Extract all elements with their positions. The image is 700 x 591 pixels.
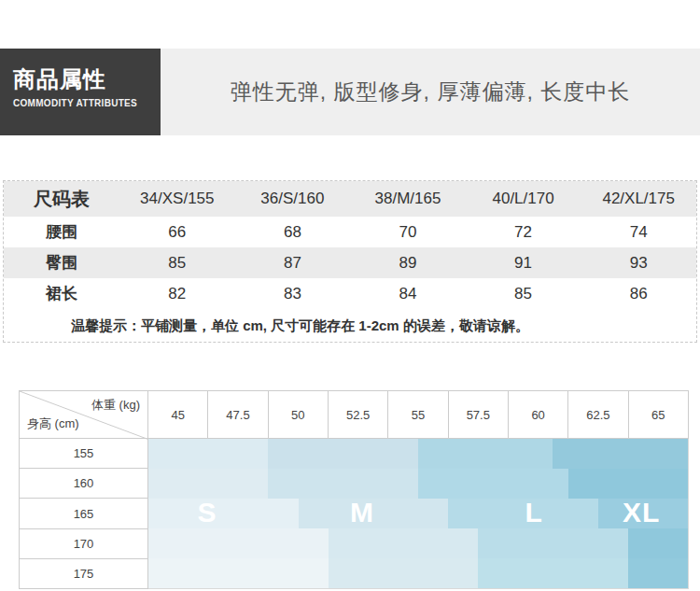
zone-cell-xl xyxy=(553,439,688,469)
measure-value: 87 xyxy=(235,247,351,278)
size-column-header: 38/M/165 xyxy=(350,181,466,217)
measure-value: 66 xyxy=(119,217,235,247)
zone-cell-l xyxy=(478,558,628,588)
measure-value: 93 xyxy=(581,247,696,278)
zone-cell-s xyxy=(148,439,268,469)
weight-tick: 57.5 xyxy=(449,390,509,439)
zone-cell-m xyxy=(268,439,418,469)
measure-label: 腰围 xyxy=(4,217,119,247)
weight-tick: 62.5 xyxy=(568,390,628,439)
zone-label-s: S xyxy=(197,497,217,528)
height-tick-column: 155160165170175 xyxy=(19,439,148,589)
zone-cell-s xyxy=(148,469,268,499)
measure-value: 86 xyxy=(581,278,696,309)
matrix-header-row: 体重 (kg) 身高 (cm) 4547.55052.55557.56062.5… xyxy=(19,390,689,439)
height-tick: 160 xyxy=(19,469,148,499)
weight-axis-label: 体重 (kg) xyxy=(91,397,140,414)
zone-label-xl: XL xyxy=(623,497,660,528)
size-table-title: 尺码表 xyxy=(4,181,119,217)
height-tick: 165 xyxy=(19,499,148,528)
measure-value: 85 xyxy=(119,247,235,278)
measure-value: 70 xyxy=(350,217,466,247)
weight-tick: 60 xyxy=(509,390,568,439)
measure-value: 68 xyxy=(235,217,351,247)
attributes-banner-label-box: 商品属性 COMMODITY ATTRIBUTES xyxy=(0,49,161,135)
zone-cell-xl xyxy=(628,558,688,588)
zone-row xyxy=(148,439,688,469)
size-table-row: 臀围8587899193 xyxy=(4,247,696,278)
size-table-note-row: 温馨提示：平铺测量，单位 cm, 尺寸可能存在 1-2cm 的误差，敬请谅解。 xyxy=(4,309,696,344)
size-table-row: 裙长8283848586 xyxy=(4,278,696,309)
weight-tick: 65 xyxy=(629,390,689,439)
measure-value: 72 xyxy=(466,217,581,247)
zone-row xyxy=(148,499,688,528)
size-table-header-row: 尺码表34/XS/15536/S/16038/M/16540/L/17042/X… xyxy=(4,181,696,217)
zone-cell-s xyxy=(148,499,299,528)
weight-tick: 52.5 xyxy=(329,390,388,439)
size-table-note: 温馨提示：平铺测量，单位 cm, 尺寸可能存在 1-2cm 的误差，敬请谅解。 xyxy=(4,309,696,344)
measure-value: 89 xyxy=(350,247,466,278)
size-matrix: 体重 (kg) 身高 (cm) 4547.55052.55557.56062.5… xyxy=(19,390,689,589)
weight-tick: 50 xyxy=(269,390,329,439)
banner-subtitle: COMMODITY ATTRIBUTES xyxy=(13,98,161,108)
matrix-body: 155160165170175 SMLXL xyxy=(19,439,689,589)
product-attributes-page: 商品属性 COMMODITY ATTRIBUTES 弹性无弹, 版型修身, 厚薄… xyxy=(0,0,700,591)
size-table-row: 腰围6668707274 xyxy=(4,217,696,247)
attributes-banner-value-box: 弹性无弹, 版型修身, 厚薄偏薄, 长度中长 xyxy=(161,49,700,135)
attributes-text: 弹性无弹, 版型修身, 厚薄偏薄, 长度中长 xyxy=(231,77,630,106)
measure-value: 74 xyxy=(581,217,696,247)
measure-value: 83 xyxy=(235,278,351,309)
zone-cell-s xyxy=(148,528,329,558)
size-column-header: 40/L/170 xyxy=(466,181,581,217)
weight-tick: 45 xyxy=(148,390,208,439)
zone-cell-l xyxy=(418,469,568,499)
height-tick: 175 xyxy=(19,559,148,589)
zone-row xyxy=(148,558,688,588)
zone-cell-s xyxy=(148,558,329,588)
zone-cell-m xyxy=(329,528,479,558)
weight-tick-row: 4547.55052.55557.56062.565 xyxy=(148,390,689,439)
measure-value: 84 xyxy=(350,278,466,309)
height-tick: 170 xyxy=(19,529,148,559)
size-column-header: 36/S/160 xyxy=(235,181,351,217)
zone-label-l: L xyxy=(525,497,543,528)
weight-tick: 55 xyxy=(388,390,448,439)
measure-label: 裙长 xyxy=(4,278,119,309)
measure-value: 85 xyxy=(466,278,581,309)
height-axis-label: 身高 (cm) xyxy=(27,415,79,432)
attributes-banner: 商品属性 COMMODITY ATTRIBUTES 弹性无弹, 版型修身, 厚薄… xyxy=(0,49,700,135)
zone-cell-l xyxy=(478,528,628,558)
zone-label-m: M xyxy=(350,497,374,528)
zone-cell-m xyxy=(329,558,479,588)
size-column-header: 34/XS/155 xyxy=(119,181,235,217)
measure-value: 82 xyxy=(119,278,235,309)
size-table-box: 尺码表34/XS/15536/S/16038/M/16540/L/17042/X… xyxy=(3,180,697,343)
size-column-header: 42/XL/175 xyxy=(581,181,696,217)
size-zone-grid: SMLXL xyxy=(148,439,689,589)
measure-value: 91 xyxy=(466,247,581,278)
measure-label: 臀围 xyxy=(4,247,119,278)
height-tick: 155 xyxy=(19,439,148,469)
matrix-corner-cell: 体重 (kg) 身高 (cm) xyxy=(19,390,148,439)
weight-tick: 47.5 xyxy=(208,390,268,439)
size-table: 尺码表34/XS/15536/S/16038/M/16540/L/17042/X… xyxy=(4,181,696,344)
zone-cell-m xyxy=(268,469,418,499)
zone-row xyxy=(148,469,688,499)
zone-cell-l xyxy=(418,439,553,469)
zone-cell-xl xyxy=(568,469,688,499)
zone-cell-l xyxy=(448,499,598,528)
banner-title: 商品属性 xyxy=(13,66,161,93)
zone-row xyxy=(148,528,688,558)
zone-cell-xl xyxy=(628,528,688,558)
